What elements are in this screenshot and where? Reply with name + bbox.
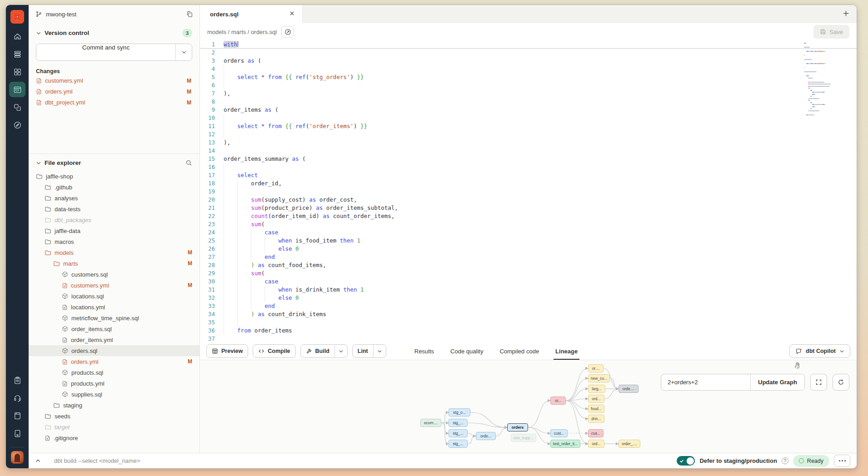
code-line-13[interactable]: 13), <box>200 139 857 147</box>
rail-item-projects-stack[interactable] <box>9 46 25 62</box>
code-editor[interactable]: 1with23orders as (45select * from {{ ref… <box>200 40 857 342</box>
code-line-15[interactable]: 15order_items_summary as ( <box>200 155 857 163</box>
lineage-node-cus[interactable]: cus... <box>588 429 604 437</box>
code-line-27[interactable]: 27end <box>200 253 857 261</box>
code-line-20[interactable]: 20sum(supply_cost) as order_cost, <box>200 196 857 204</box>
lineage-node-larg[interactable]: larg... <box>588 385 605 393</box>
lineage-node-orders[interactable]: orders <box>507 423 528 431</box>
refresh-button[interactable] <box>833 374 849 391</box>
code-line-22[interactable]: 22count(order_item_id) as count_order_it… <box>200 212 857 220</box>
tree-item-customers.sql[interactable]: customers.sql <box>29 269 200 280</box>
tree-item-jaffle-data[interactable]: jaffle-data <box>29 225 200 236</box>
tree-item-orders.yml[interactable]: orders.ymlM <box>29 356 200 367</box>
code-line-28[interactable]: 28) as count_food_items, <box>200 261 857 269</box>
lineage-node-cust[interactable]: cust... <box>550 429 568 437</box>
lint-button[interactable]: Lint <box>352 344 386 358</box>
more-options-button[interactable] <box>834 455 850 467</box>
code-line-14[interactable]: 14 <box>200 147 857 155</box>
copy-icon[interactable] <box>186 10 193 18</box>
tree-item-models[interactable]: modelsM <box>29 247 200 258</box>
tab-compiled-code[interactable]: Compiled code <box>499 342 539 360</box>
lineage-node-orde[interactable]: orde.... <box>619 385 639 393</box>
branch-name[interactable]: mwong-test <box>46 11 76 18</box>
defer-toggle[interactable] <box>677 456 695 466</box>
help-icon[interactable]: ? <box>782 457 788 464</box>
lineage-node-stg_[interactable]: stg_... <box>449 429 468 437</box>
tree-item-analyses[interactable]: analyses <box>29 193 200 203</box>
user-avatar[interactable] <box>11 451 24 464</box>
code-line-32[interactable]: 32else 0 <box>200 294 857 302</box>
code-line-5[interactable]: 5select * from {{ ref('stg_orders') }} <box>200 73 857 81</box>
update-graph-button[interactable]: Update Graph <box>750 374 804 390</box>
commit-options-dropdown[interactable] <box>175 44 192 60</box>
lineage-node-test_supp[interactable]: test_supp... <box>511 434 536 442</box>
lineage-node-drin[interactable]: drin... <box>588 415 604 423</box>
code-line-6[interactable]: 6 <box>200 81 857 89</box>
code-line-35[interactable]: 35 <box>200 318 857 327</box>
save-button[interactable]: Save <box>813 25 849 39</box>
tree-item-metricflow_time_spine.sql[interactable]: metricflow_time_spine.sql <box>29 312 200 323</box>
preview-button[interactable]: Preview <box>206 344 248 358</box>
code-line-12[interactable]: 12 <box>200 130 857 139</box>
code-line-30[interactable]: 30case <box>200 278 857 286</box>
code-line-3[interactable]: 3orders as ( <box>200 57 857 65</box>
open-in-lineage-button[interactable] <box>281 26 294 38</box>
code-line-2[interactable]: 2 <box>200 49 857 57</box>
changed-file-customers.yml[interactable]: customers.yml M <box>36 76 192 85</box>
rail-item-home[interactable] <box>9 29 25 44</box>
close-tab-icon[interactable] <box>289 10 295 18</box>
command-input[interactable]: dbt build --select <model_name> <box>54 457 140 464</box>
tree-item-macros[interactable]: macros <box>29 236 200 247</box>
build-options-dropdown[interactable] <box>334 345 347 357</box>
lineage-node-ord[interactable]: ord... <box>588 395 604 403</box>
collapse-panel-button[interactable] <box>29 453 47 468</box>
code-line-10[interactable]: 10 <box>200 114 857 122</box>
lineage-node-ord[interactable]: ord... <box>588 440 604 448</box>
code-line-4[interactable]: 4 <box>200 65 857 73</box>
tree-item-order_items.yml[interactable]: order_items.yml <box>29 334 200 345</box>
tree-item-locations.yml[interactable]: locations.yml <box>29 302 200 312</box>
tree-item-.gitignore[interactable]: .gitignore <box>29 432 200 443</box>
code-line-29[interactable]: 29sum( <box>200 269 857 278</box>
rail-item-explore-compass[interactable] <box>9 117 25 133</box>
code-line-24[interactable]: 24case <box>200 228 857 237</box>
code-line-25[interactable]: 25when is_food_item then 1 <box>200 237 857 245</box>
commit-and-sync-button[interactable]: Commit and sync <box>36 44 192 61</box>
lineage-node-stg_[interactable]: stg_... <box>449 440 468 448</box>
code-line-9[interactable]: 9order_items as ( <box>200 106 857 114</box>
lint-options-dropdown[interactable] <box>373 345 386 357</box>
rail-item-clipboard[interactable] <box>9 372 25 388</box>
tree-item-seeds[interactable]: seeds <box>29 411 200 421</box>
fullscreen-button[interactable] <box>810 374 827 391</box>
rail-item-apps-grid[interactable] <box>9 64 25 79</box>
tab-results[interactable]: Results <box>414 342 434 360</box>
code-line-23[interactable]: 23sum( <box>200 220 857 228</box>
new-tab-icon[interactable] <box>843 10 849 19</box>
code-line-37[interactable]: 37 <box>200 335 857 342</box>
tree-item-customers.yml[interactable]: customers.ymlM <box>29 280 200 291</box>
tree-item-locations.sql[interactable]: locations.sql <box>29 291 200 302</box>
tab-code-quality[interactable]: Code quality <box>450 342 483 360</box>
minimap[interactable] <box>802 41 829 132</box>
lineage-node-orde[interactable]: orde... <box>476 432 496 440</box>
code-line-31[interactable]: 31when is_drink_item then 1 <box>200 286 857 294</box>
code-line-36[interactable]: 36from order_items <box>200 327 857 335</box>
code-line-1[interactable]: 1with <box>200 40 857 49</box>
version-control-header[interactable]: Version control 3 <box>36 29 192 37</box>
tree-item-marts[interactable]: martsM <box>29 258 200 269</box>
lineage-node-or[interactable]: or... <box>550 397 566 405</box>
tree-item-staging[interactable]: staging <box>29 400 200 411</box>
rail-item-ide-code[interactable] <box>9 82 25 97</box>
rail-item-changelog-card[interactable] <box>9 426 25 441</box>
lineage-node-new_cu[interactable]: new_cu... <box>588 374 610 382</box>
tree-item-jaffle-shop[interactable]: jaffle-shop <box>29 171 200 182</box>
compile-button[interactable]: Compile <box>253 344 295 358</box>
code-line-26[interactable]: 26else 0 <box>200 245 857 253</box>
tree-item-dbt_packages[interactable]: dbt_packages <box>29 214 200 225</box>
tree-item-products.yml[interactable]: products.yml <box>29 378 200 389</box>
code-line-7[interactable]: 7), <box>200 89 857 98</box>
code-line-34[interactable]: 34) as count_drink_items <box>200 310 857 318</box>
lineage-node-order_[interactable]: order_.... <box>619 440 640 448</box>
changed-file-dbt_project.yml[interactable]: dbt_project.yml M <box>36 98 192 107</box>
code-line-21[interactable]: 21sum(product_price) as order_items_subt… <box>200 204 857 212</box>
